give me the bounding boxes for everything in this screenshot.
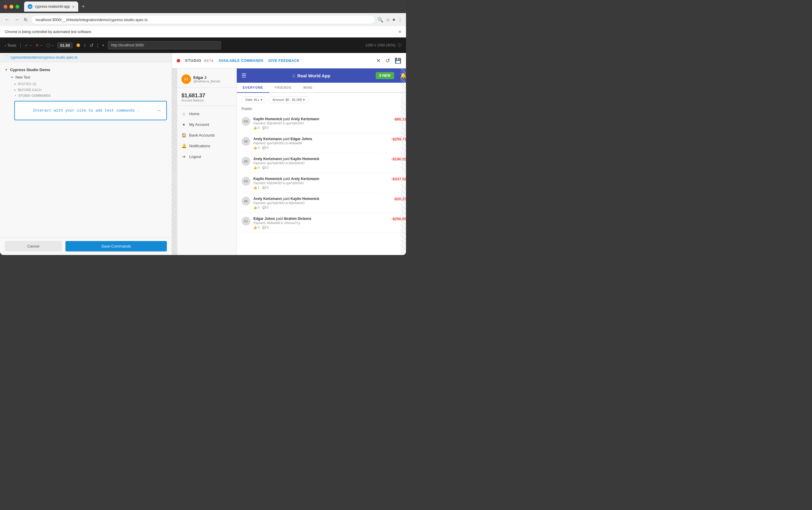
give-feedback-button[interactable]: GIVE FEEDBACK xyxy=(268,59,300,63)
txn-like-2[interactable]: 👍 0 xyxy=(253,166,259,169)
notifications-icon: 🔔 xyxy=(181,143,186,148)
studio-toggle[interactable]: ▼ xyxy=(14,94,17,97)
available-commands-button[interactable]: AVAILABLE COMMANDS xyxy=(219,59,264,63)
hatch-right xyxy=(401,68,406,255)
studio-commands-label: STUDIO COMMANDS xyxy=(19,94,51,97)
info-icon: ⓘ xyxy=(398,43,401,47)
profile-icon[interactable]: ● xyxy=(392,17,395,23)
transaction-row: KH Kaylin Homenick paid Arely Kertzmann … xyxy=(242,113,406,133)
txn-like-4[interactable]: 👍 0 xyxy=(253,206,259,209)
rwa-nav-home-label: Home xyxy=(189,112,200,116)
txn-actions-4: 👍 0 💬 0 xyxy=(253,206,391,209)
txn-comment-4[interactable]: 💬 0 xyxy=(262,206,268,209)
txn-title-5: Edgar Johns paid Ibrahim Dickens xyxy=(253,217,388,221)
rwa-nav-home[interactable]: ⌂ Home xyxy=(177,108,237,119)
reload-button[interactable]: ↻ xyxy=(23,16,29,24)
txn-comment-3[interactable]: 💬 0 xyxy=(262,186,268,189)
txn-sub-1: Payment: qywYp6hS0U to l45AiwdW xyxy=(253,142,388,145)
left-panel: 📄 cypress/tests/demo/cypress-studio.spec… xyxy=(0,53,172,255)
pending-icon: ◯ xyxy=(46,43,50,47)
automation-bar: Chrome is being controlled by automated … xyxy=(0,26,406,37)
routes-toggle[interactable]: ▶ xyxy=(14,83,16,85)
home-icon: ⌂ xyxy=(181,111,186,116)
txn-like-0[interactable]: 👍 0 xyxy=(253,126,259,130)
txn-content-2: Arely Kertzmann paid Kaylin Homenick Pay… xyxy=(253,157,388,169)
txn-avatar-1: AK xyxy=(242,137,250,146)
maximize-traffic-light[interactable] xyxy=(16,5,19,9)
amount-filter-button[interactable]: Amount: $0 - $1,000 ▾ xyxy=(269,96,309,103)
tab-friends[interactable]: FRIENDS xyxy=(269,83,297,92)
pass-count: ✓ -- xyxy=(25,43,32,48)
transaction-row: EJ Edgar Johns paid Ibrahim Dickens Paym… xyxy=(242,213,406,233)
search-icon[interactable]: 🔍 xyxy=(378,17,383,23)
tab-mine[interactable]: MINE xyxy=(297,83,319,92)
rwa-nav-notifications-label: Notifications xyxy=(189,144,210,148)
automation-close-button[interactable]: × xyxy=(398,29,401,34)
before-each-toggle[interactable]: ▶ xyxy=(14,89,16,91)
tab-everyone[interactable]: EVERYONE xyxy=(237,83,269,93)
rwa-notification-icon[interactable]: 🔔 xyxy=(400,72,406,79)
txn-like-5[interactable]: 👍 0 xyxy=(253,226,259,229)
browser-tab[interactable]: cy cypress-realworld-app × xyxy=(24,1,78,11)
menu-icon[interactable]: ⋮ xyxy=(398,17,402,23)
txn-title-2: Arely Kertzmann paid Kaylin Homenick xyxy=(253,157,388,161)
txn-comment-2[interactable]: 💬 0 xyxy=(262,166,268,169)
account-icon: ● xyxy=(181,122,186,127)
rwa-nav-logout[interactable]: ➔ Logout xyxy=(177,151,237,162)
suite-name: Cypress Studio Demo xyxy=(10,67,50,72)
txn-like-1[interactable]: 👍 0 xyxy=(253,146,259,149)
txn-comment-0[interactable]: 💬 0 xyxy=(262,126,268,130)
txn-like-3[interactable]: 👍 1 xyxy=(253,186,259,189)
txn-avatar-2: AK xyxy=(242,157,250,166)
separator2: | xyxy=(97,42,98,49)
txn-sub-5: Payment: l45AiwdW to 24VrnaJY1y xyxy=(253,221,388,225)
url-bar[interactable]: http://localhost:3000/ xyxy=(108,41,221,49)
new-tab-button[interactable]: + xyxy=(82,4,85,10)
pending-count: ◯ -- xyxy=(46,43,54,47)
tab-close-button[interactable]: × xyxy=(72,4,74,9)
tests-back-button[interactable]: ‹ Tests xyxy=(5,43,17,48)
transaction-row: AK Arely Kertzmann paid Kaylin Homenick … xyxy=(242,193,406,213)
close-studio-button[interactable]: ✕ xyxy=(376,57,381,64)
tests-label: Tests xyxy=(7,43,16,48)
automation-message: Chrome is being controlled by automated … xyxy=(5,30,92,34)
viewport-info: 1280 x 1000 (40%) ⓘ xyxy=(365,43,401,48)
rwa-nav-notifications[interactable]: 🔔 Notifications xyxy=(177,140,237,151)
txn-actions-0: 👍 0 💬 0 xyxy=(253,126,391,130)
back-button[interactable]: ← xyxy=(4,16,11,24)
txn-avatar-3: KH xyxy=(242,177,250,186)
close-traffic-light[interactable] xyxy=(4,5,7,9)
save-studio-button[interactable]: 💾 xyxy=(395,57,401,64)
timer-badge: 01.68 xyxy=(57,42,73,49)
txn-actions-5: 👍 0 💬 0 xyxy=(253,226,388,229)
txn-content-1: Arely Kertzmann paid Edgar Johns Payment… xyxy=(253,137,388,149)
minimize-traffic-light[interactable] xyxy=(9,5,13,9)
rwa-nav-my-account[interactable]: ● My Account xyxy=(177,119,237,130)
reset-icon[interactable]: ↺ xyxy=(90,42,93,48)
studio-header: STUDIO BETA AVAILABLE COMMANDS GIVE FEED… xyxy=(172,53,406,68)
rwa-new-button[interactable]: $ NEW xyxy=(375,72,394,79)
menu-hamburger-icon[interactable]: ☰ xyxy=(242,72,246,79)
date-filter-button[interactable]: Date: ALL ▾ xyxy=(242,96,266,103)
txn-sub-3: Payment: bDjUb4rSD to qywYp6hS0U xyxy=(253,181,388,185)
forward-button[interactable]: → xyxy=(13,16,20,24)
save-commands-button[interactable]: Save Commands xyxy=(65,241,167,251)
test-tree: ▼ Cypress Studio Demo ✏ New Test ▶ ROUTE… xyxy=(0,62,172,237)
txn-comment-5[interactable]: 💬 0 xyxy=(262,226,268,229)
test-item[interactable]: ✏ New Test xyxy=(0,74,172,81)
txn-title-0: Kaylin Homenick paid Arely Kertzmann xyxy=(253,117,391,121)
undo-studio-button[interactable]: ↺ xyxy=(386,57,390,64)
rwa-app-title: ♫ Real World App xyxy=(250,73,372,79)
studio-commands-section: ▼ STUDIO COMMANDS xyxy=(0,93,172,98)
status-dot xyxy=(77,44,80,47)
cancel-button[interactable]: Cancel xyxy=(5,241,62,251)
txn-comment-1[interactable]: 💬 0 xyxy=(262,146,268,149)
rwa-nav-bank-accounts[interactable]: 🏠 Bank Accounts xyxy=(177,130,237,140)
address-bar[interactable]: localhost:3000/__/#/tests/integration/de… xyxy=(31,15,375,24)
bookmark-icon[interactable]: ☆ xyxy=(386,17,390,23)
rwa-balance: $1,681.37 Account Balance xyxy=(177,90,237,106)
suite-toggle-icon[interactable]: ▼ xyxy=(5,68,8,72)
separator: | xyxy=(20,42,22,49)
txn-content-4: Arely Kertzmann paid Kaylin Homenick Pay… xyxy=(253,197,391,209)
target-icon[interactable]: ⌖ xyxy=(102,43,104,48)
